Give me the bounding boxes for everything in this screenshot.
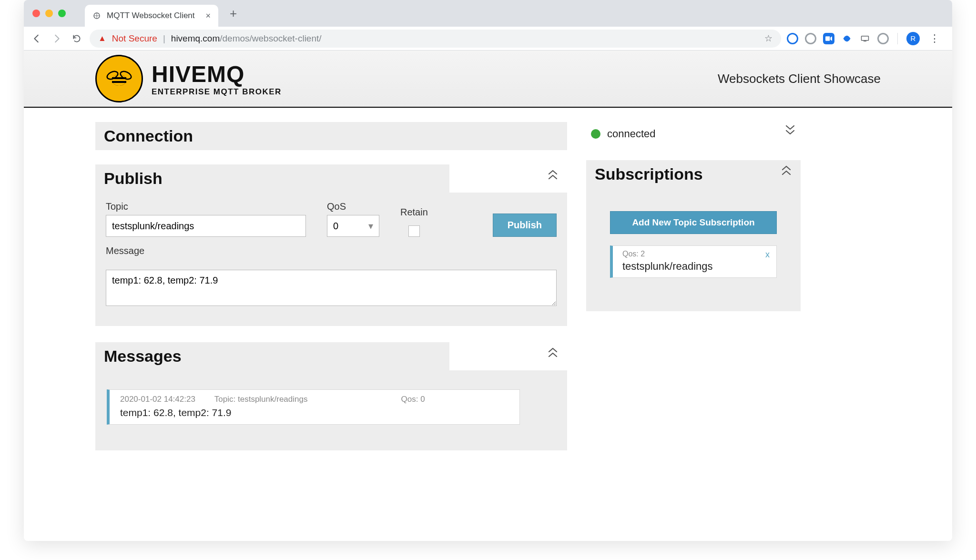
qos-label: QoS bbox=[327, 201, 379, 212]
extension-icon[interactable] bbox=[823, 33, 834, 44]
subscription-qos: Qos: 2 bbox=[622, 250, 770, 258]
omnibox[interactable]: ▲ Not Secure | hivemq.com/demos/websocke… bbox=[90, 30, 781, 48]
forward-button[interactable] bbox=[50, 31, 64, 46]
message-card: 2020-01-02 14:42:23 Topic: testsplunk/re… bbox=[107, 389, 520, 425]
messages-panel-header: Messages bbox=[95, 342, 449, 370]
retain-checkbox[interactable] bbox=[408, 225, 420, 237]
subscriptions-panel: Add New Topic Subscription Qos: 2 testsp… bbox=[586, 188, 801, 311]
message-label: Message bbox=[106, 245, 557, 256]
subscriptions-title: Subscriptions bbox=[595, 165, 703, 183]
publish-title: Publish bbox=[104, 169, 163, 188]
messages-title: Messages bbox=[104, 347, 182, 366]
subscriptions-panel-header: Subscriptions bbox=[586, 160, 801, 188]
page-title: Websockets Client Showcase bbox=[718, 71, 881, 86]
connection-title: Connection bbox=[104, 127, 193, 145]
qos-value: 0 bbox=[333, 221, 338, 232]
message-topic: Topic: testsplunk/readings bbox=[214, 395, 308, 404]
connection-panel-header: Connection bbox=[95, 122, 567, 150]
status-text: connected bbox=[607, 128, 656, 140]
brand-subtitle: ENTERPRISE MQTT BROKER bbox=[152, 87, 282, 97]
expand-connection-icon[interactable] bbox=[784, 124, 796, 136]
brand-logo: HIVEMQ ENTERPRISE MQTT BROKER bbox=[95, 55, 282, 102]
publish-panel: Topic QoS 0 ▾ Retain bbox=[95, 193, 567, 326]
bee-icon bbox=[95, 55, 143, 102]
svg-point-5 bbox=[112, 74, 126, 86]
browser-window: MQTT Websocket Client × + ▲ Not Secure |… bbox=[24, 0, 952, 541]
brand-name: HIVEMQ bbox=[152, 61, 282, 87]
close-window-icon[interactable] bbox=[32, 10, 40, 17]
collapse-subscriptions-icon[interactable] bbox=[781, 164, 792, 176]
browser-menu-icon[interactable]: ⋮ bbox=[926, 32, 943, 45]
tab-close-icon[interactable]: × bbox=[205, 11, 211, 21]
message-body: temp1: 62.8, temp2: 71.9 bbox=[120, 407, 511, 418]
collapse-publish-icon[interactable] bbox=[547, 168, 559, 181]
maximize-window-icon[interactable] bbox=[58, 10, 66, 17]
message-qos: Qos: 0 bbox=[401, 395, 425, 404]
browser-tab[interactable]: MQTT Websocket Client × bbox=[85, 5, 218, 27]
back-button[interactable] bbox=[30, 31, 44, 46]
extension-icon[interactable] bbox=[787, 33, 798, 44]
extension-icon[interactable] bbox=[877, 33, 889, 44]
svg-rect-2 bbox=[862, 36, 869, 40]
subscription-topic: testsplunk/readings bbox=[622, 260, 770, 273]
collapse-messages-icon[interactable] bbox=[547, 346, 559, 358]
tab-favicon-icon bbox=[92, 11, 101, 20]
svg-rect-1 bbox=[825, 36, 830, 41]
add-subscription-button[interactable]: Add New Topic Subscription bbox=[610, 211, 777, 234]
retain-label: Retain bbox=[400, 207, 428, 218]
tab-title: MQTT Websocket Client bbox=[107, 11, 200, 20]
status-indicator-icon bbox=[591, 129, 600, 139]
svg-rect-3 bbox=[864, 41, 866, 41]
extension-icon[interactable] bbox=[841, 33, 853, 44]
chevron-down-icon: ▾ bbox=[368, 220, 373, 232]
message-timestamp: 2020-01-02 14:42:23 bbox=[120, 395, 195, 404]
messages-panel: 2020-01-02 14:42:23 Topic: testsplunk/re… bbox=[95, 370, 567, 450]
page-header: HIVEMQ ENTERPRISE MQTT BROKER Websockets… bbox=[24, 51, 952, 108]
url-host: hivemq.com bbox=[171, 33, 220, 43]
topic-label: Topic bbox=[106, 201, 306, 212]
toolbar-extensions: R ⋮ bbox=[787, 32, 946, 45]
main-content: Connection Publish Topic bbox=[24, 108, 952, 469]
topic-input[interactable] bbox=[106, 215, 306, 237]
insecure-warning-icon: ▲ bbox=[98, 34, 106, 43]
tab-strip: MQTT Websocket Client × + bbox=[24, 0, 952, 27]
reload-button[interactable] bbox=[70, 31, 84, 46]
remove-subscription-icon[interactable]: x bbox=[765, 250, 770, 260]
connection-status: connected bbox=[586, 122, 801, 146]
minimize-window-icon[interactable] bbox=[45, 10, 53, 17]
qos-select[interactable]: 0 ▾ bbox=[327, 215, 379, 237]
window-controls bbox=[32, 10, 66, 17]
publish-panel-header: Publish bbox=[95, 164, 449, 193]
address-bar: ▲ Not Secure | hivemq.com/demos/websocke… bbox=[24, 27, 952, 51]
extension-icon[interactable] bbox=[859, 33, 871, 44]
not-secure-label: Not Secure bbox=[112, 33, 157, 44]
extension-icon[interactable] bbox=[805, 33, 816, 44]
subscription-card: Qos: 2 testsplunk/readings x bbox=[610, 245, 777, 278]
svg-rect-7 bbox=[112, 81, 126, 83]
url-path: /demos/websocket-client/ bbox=[220, 33, 321, 43]
publish-button[interactable]: Publish bbox=[493, 214, 557, 237]
message-textarea[interactable] bbox=[106, 270, 557, 306]
new-tab-button[interactable]: + bbox=[230, 6, 237, 21]
profile-avatar[interactable]: R bbox=[906, 32, 920, 45]
bookmark-star-icon[interactable]: ☆ bbox=[764, 33, 773, 44]
